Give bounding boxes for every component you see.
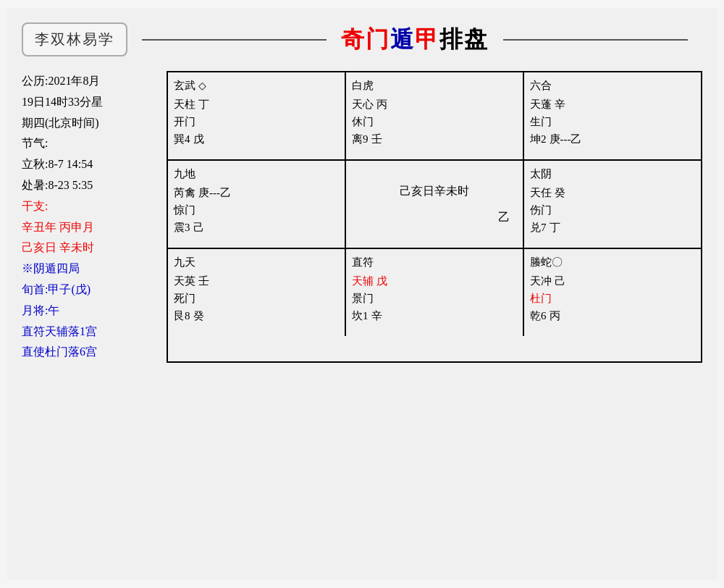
cell-3-2-star: 天辅 [352,272,374,290]
cell-2-1-shen: 九地 [174,165,195,182]
cell-3-2-palace-stem: 辛 [371,307,382,324]
title-jia: 甲 [415,26,439,52]
cell-3-2-palace: 坎1 [352,307,369,324]
cell-2-2-center: 己亥日辛未时 乙 [346,161,524,248]
cell-3-3-shen: 螣蛇〇 [530,253,563,271]
cell-1-1-palace-stem: 戊 [193,130,204,148]
cell-1-2-star: 天心 [352,96,374,113]
cell-3-1-shen: 九天 [174,253,195,271]
cell-3-1-palace-stem: 癸 [193,307,204,324]
cell-1-1-shen: 玄武 [174,77,195,94]
grid-container: 玄武 ◇ 天柱 丁 开门 巽4 戊 [167,71,702,363]
cell-1-2-palace: 离9 [352,130,369,148]
ganzhi-year-month: 辛丑年 丙申月 [22,217,159,238]
cell-1-3-door: 生门 [530,113,552,130]
header: 李双林易学 奇门遁甲排盘 [22,22,702,56]
cell-1-2: 白虎 天心 丙 休门 离9 壬 [346,72,524,159]
cell-2-1: 九地 芮禽 庚---乙 惊门 震3 己 [168,161,346,248]
jieqi-label: 节气: [22,133,159,154]
date-line1: 公历:2021年8月 [22,71,159,92]
cell-3-3-stem: 己 [555,272,565,290]
cell-1-3-star: 天蓬 [530,96,552,113]
logo: 李双林易学 [22,22,127,56]
cell-3-3: 螣蛇〇 天冲 己 杜门 乾6 丙 [524,249,701,336]
jieqi-liqiu: 立秋:8-7 14:54 [22,154,159,175]
cell-2-3: 太阴 天任 癸 伤门 兑7 丁 [524,161,701,248]
cell-3-1: 九天 天英 壬 死门 艮8 癸 [168,249,346,336]
ganzhi-label: 干支: [22,196,159,217]
cell-1-1: 玄武 ◇ 天柱 丁 开门 巽4 戊 [168,72,346,159]
cell-1-1-door: 开门 [174,113,195,130]
cell-2-3-palace: 兑7 [530,219,547,236]
cell-3-2-stem: 戊 [376,272,387,290]
cell-1-1-star: 天柱 [174,96,195,113]
cell-3-1-palace: 艮8 [174,307,190,324]
header-line-right [503,39,688,41]
xun-shou: 旬首:甲子(戊) [22,280,159,301]
left-panel: 公历:2021年8月 19日14时33分星 期四(北京时间) 节气: 立秋:8-… [22,71,167,363]
cell-3-2: 直符 天辅 戊 景门 坎1 辛 [346,249,524,336]
cell-2-3-door: 伤门 [530,201,552,219]
zhi-shi-info: 直使杜门落6宫 [22,342,159,363]
cell-2-1-door: 惊门 [174,201,195,219]
center-extra-stem: 乙 [498,211,510,223]
cell-2-1-star: 芮禽 [174,184,195,201]
cell-2-1-palace: 震3 [174,219,190,236]
header-line-left [142,39,327,41]
cell-3-2-door: 景门 [352,290,374,307]
cell-1-3-stem: 辛 [555,96,565,113]
zhi-fu-info: 直符天辅落1宫 [22,322,159,343]
main-content: 公历:2021年8月 19日14时33分星 期四(北京时间) 节气: 立秋:8-… [22,71,702,363]
cell-1-3-shen: 六合 [530,77,552,94]
ju-info: ※阴遁四局 [22,259,159,280]
title-pai: 排盘 [439,26,489,52]
cell-2-1-stem: 庚---乙 [198,184,231,201]
jieqi-chushu: 处暑:8-23 5:35 [22,175,159,196]
title-qi: 奇门 [341,26,390,52]
grid-row-3: 九天 天英 壬 死门 艮8 癸 [168,249,701,336]
cell-2-1-palace-stem: 己 [193,219,204,236]
yue-jiang: 月将:午 [22,301,159,322]
title-dun: 遁 [390,26,415,52]
cell-1-2-door: 休门 [352,113,374,130]
cell-1-3-palace-stem: 庚---乙 [550,130,582,148]
cell-1-2-stem: 丙 [376,96,387,113]
cell-2-3-palace-stem: 丁 [550,219,560,236]
cell-2-3-stem: 癸 [555,184,565,201]
center-text1: 己亥日辛未时 [352,182,517,201]
cell-1-3-palace: 坤2 [530,130,547,148]
cell-3-3-star: 天冲 [530,272,552,290]
cell-1-2-shen: 白虎 [352,77,374,94]
cell-3-1-star: 天英 [174,272,195,290]
cell-3-1-stem: 壬 [198,272,209,290]
cell-1-3: 六合 天蓬 辛 生门 坤2 庚---乙 [524,72,701,159]
page-container: 李双林易学 奇门遁甲排盘 公历:2021年8月 19日14时33分星 期四(北京… [7,8,717,580]
grid-row-2: 九地 芮禽 庚---乙 惊门 震3 己 [168,161,701,249]
cell-2-3-star: 天任 [530,184,552,201]
cell-1-1-stem: 丁 [198,96,209,113]
ganzhi-day-time: 己亥日 辛未时 [22,238,159,259]
date-line2: 19日14时33分星 [22,92,159,113]
cell-1-1-palace: 巽4 [174,130,190,148]
cell-3-3-palace: 乾6 [530,307,547,324]
cell-3-2-shen: 直符 [352,253,374,271]
grid-row-1: 玄武 ◇ 天柱 丁 开门 巽4 戊 [168,72,701,161]
cell-2-3-shen: 太阴 [530,165,552,182]
cell-1-1-diamond: ◇ [198,78,206,94]
cell-3-3-palace-stem: 丙 [550,307,560,324]
date-line3: 期四(北京时间) [22,113,159,134]
cell-3-1-door: 死门 [174,290,195,307]
cell-1-2-palace-stem: 壬 [371,130,382,148]
cell-3-3-door: 杜门 [530,290,552,307]
app-title: 奇门遁甲排盘 [341,24,489,56]
